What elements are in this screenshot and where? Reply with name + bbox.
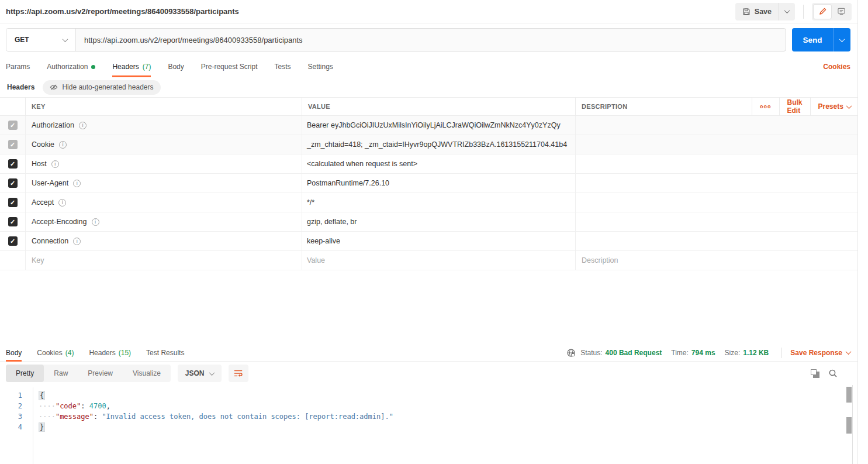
response-body-tools xyxy=(811,369,838,378)
send-button-group: Send xyxy=(792,28,850,51)
save-options-button[interactable] xyxy=(779,3,795,20)
info-icon: i xyxy=(73,180,81,187)
line-number: 2 xyxy=(0,401,25,411)
info-icon: i xyxy=(73,238,81,245)
tab-pre-request-script[interactable]: Pre-request Script xyxy=(201,56,258,77)
header-key: Accept-Encoding xyxy=(32,218,87,226)
tab-label: Settings xyxy=(308,63,333,71)
info-icon: i xyxy=(79,122,87,129)
size-label: Size: xyxy=(725,349,741,357)
scrollbar-thumb[interactable] xyxy=(846,417,852,434)
copy-icon[interactable] xyxy=(811,369,819,378)
response-tab-test-results[interactable]: Test Results xyxy=(146,344,184,362)
send-options-button[interactable] xyxy=(833,28,850,51)
description-input[interactable]: Description xyxy=(582,256,618,264)
status-label: Status: xyxy=(580,349,602,357)
header-value: <calculated when request is sent> xyxy=(302,154,576,173)
line-content: ····"message": "Invalid access token, do… xyxy=(25,411,393,422)
response-tab-headers[interactable]: Headers(15) xyxy=(89,344,131,362)
request-tabs: ParamsAuthorizationHeaders(7)BodyPre-req… xyxy=(6,56,350,77)
cookies-link[interactable]: Cookies xyxy=(823,63,850,71)
view-tab-preview[interactable]: Preview xyxy=(78,365,123,382)
view-tab-visualize[interactable]: Visualize xyxy=(123,365,171,382)
row-checkbox[interactable]: ✓ xyxy=(8,159,18,169)
hide-auto-headers-toggle[interactable]: Hide auto-generated headers xyxy=(43,80,160,95)
line-number: 4 xyxy=(0,422,25,432)
comment-icon xyxy=(837,7,846,16)
request-input-group: GET https://api.zoom.us/v2/report/meetin… xyxy=(6,28,786,51)
tab-label: Headers xyxy=(112,63,139,71)
header-description xyxy=(576,212,857,231)
bulk-edit-button[interactable]: Bulk Edit xyxy=(780,98,811,115)
method-label: GET xyxy=(15,36,29,44)
row-checkbox[interactable]: ✓ xyxy=(8,198,18,207)
view-mode-tabs: PrettyRawPreviewVisualize xyxy=(6,365,171,382)
save-response-button[interactable]: Save Response xyxy=(790,349,850,357)
tab-label: Authorization xyxy=(47,63,88,71)
tab-authorization[interactable]: Authorization xyxy=(47,56,95,77)
info-icon: i xyxy=(58,199,66,207)
view-tab-pretty[interactable]: Pretty xyxy=(6,365,44,382)
scrollbar-thumb[interactable] xyxy=(846,387,852,403)
wrap-text-button[interactable] xyxy=(229,365,248,382)
tab-count: (4) xyxy=(65,349,74,357)
column-key: KEY xyxy=(26,98,302,115)
key-input[interactable]: Key xyxy=(32,256,44,264)
headers-section-bar: Headers Hide auto-generated headers xyxy=(0,77,857,97)
tab-settings[interactable]: Settings xyxy=(308,56,333,77)
code-line: 4} xyxy=(0,422,857,432)
line-content: ····"code": 4700, xyxy=(25,401,110,411)
time-indicator: Time: 794 ms xyxy=(671,349,715,357)
save-button-group: Save xyxy=(735,3,795,20)
header-value: _zm_chtaid=418; _zm_ctaid=IHyvr9opQJWVTR… xyxy=(302,135,576,154)
chevron-down-icon xyxy=(846,103,852,109)
empty-check-cell xyxy=(0,251,26,270)
edit-comment-toggle xyxy=(812,3,852,20)
line-content: { xyxy=(25,390,45,401)
row-checkbox[interactable]: ✓ xyxy=(8,236,18,246)
header-description xyxy=(576,116,857,135)
row-checkbox[interactable]: ✓ xyxy=(8,178,18,188)
edit-mode-button[interactable] xyxy=(814,5,831,19)
response-tab-body[interactable]: Body xyxy=(6,344,22,362)
table-actions: ooo Bulk Edit Presets xyxy=(752,98,859,115)
value-input[interactable]: Value xyxy=(307,256,325,264)
presets-dropdown[interactable]: Presets xyxy=(811,98,859,115)
chevron-down-icon xyxy=(846,349,852,355)
header-key: Authorization xyxy=(32,121,74,129)
code-line: 3····"message": "Invalid access token, d… xyxy=(0,411,857,422)
floppy-icon xyxy=(742,8,751,16)
search-icon[interactable] xyxy=(828,369,838,378)
tab-body[interactable]: Body xyxy=(168,56,184,77)
tab-params[interactable]: Params xyxy=(6,56,30,77)
pencil-icon xyxy=(818,7,827,16)
tab-label: Headers xyxy=(89,349,115,357)
header-value: PostmanRuntime/7.26.10 xyxy=(302,174,576,193)
line-number: 3 xyxy=(0,411,25,422)
row-checkbox[interactable]: ✓ xyxy=(8,217,18,226)
column-value: VALUE xyxy=(302,98,576,115)
row-checkbox[interactable]: ✓ xyxy=(8,140,18,149)
right-edge-strip xyxy=(857,0,868,464)
url-input[interactable]: https://api.zoom.us/v2/report/meetings/8… xyxy=(75,29,786,51)
row-checkbox[interactable]: ✓ xyxy=(8,121,18,130)
column-description: DESCRIPTION xyxy=(576,98,752,115)
header-key: Cookie xyxy=(32,140,54,149)
save-button[interactable]: Save xyxy=(735,3,779,20)
response-scrollbar xyxy=(846,385,853,464)
tab-label: Body xyxy=(168,63,184,71)
send-button[interactable]: Send xyxy=(792,28,833,51)
comments-button[interactable] xyxy=(832,5,850,19)
response-tab-cookies[interactable]: Cookies(4) xyxy=(37,344,74,362)
method-select[interactable]: GET xyxy=(6,29,75,51)
view-tab-raw[interactable]: Raw xyxy=(44,365,78,382)
tab-tests[interactable]: Tests xyxy=(274,56,291,77)
tab-headers[interactable]: Headers(7) xyxy=(112,56,151,77)
more-actions-button[interactable]: ooo xyxy=(752,98,780,115)
code-line: 2····"code": 4700, xyxy=(0,401,857,411)
info-icon: i xyxy=(59,141,67,149)
response-meta: Status: 400 Bad Request Time: 794 ms Siz… xyxy=(566,348,850,358)
format-dropdown[interactable]: JSON xyxy=(178,365,222,382)
info-icon: i xyxy=(92,218,99,226)
request-title-bar: https://api.zoom.us/v2/report/meetings/8… xyxy=(0,0,857,23)
